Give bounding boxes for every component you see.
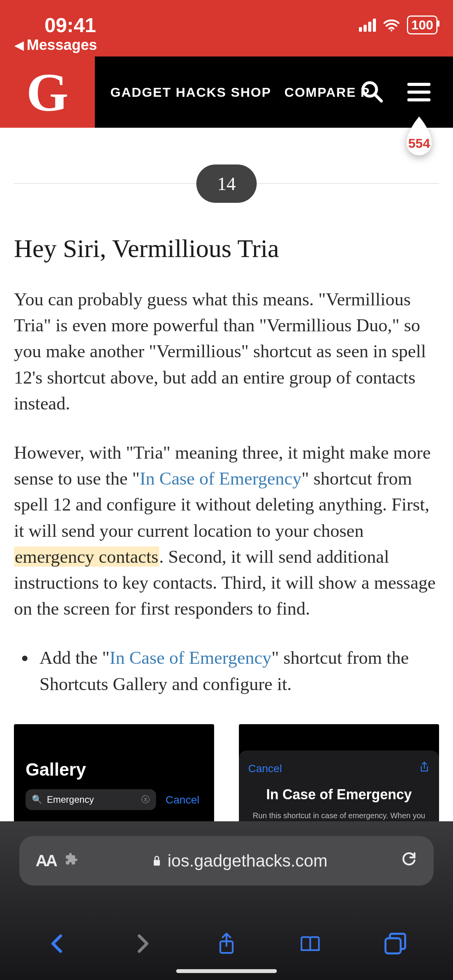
section-separator: 14 [14,164,439,203]
sheet-cancel[interactable]: Cancel [248,762,282,775]
article-paragraph-1: You can probably guess what this means. … [14,286,439,416]
search-icon: 🔍 [32,795,42,805]
nav-link-compare[interactable]: COMPARE PHONES [285,85,371,100]
article-bullet-list: Add the "In Case of Emergency" shortcut … [36,645,439,697]
home-indicator[interactable] [176,969,277,973]
status-right-cluster: 100 [359,15,438,34]
extensions-icon[interactable] [65,852,79,870]
list-item: Add the "In Case of Emergency" shortcut … [36,645,439,697]
svg-point-0 [391,29,393,31]
article-paragraph-2: However, with "Tria" meaning three, it m… [14,440,439,622]
cellular-icon [359,19,376,32]
nav-link-shop[interactable]: GADGET HACKS SHOP [110,85,271,100]
back-button[interactable] [46,932,69,957]
link-in-case-of-emergency-2[interactable]: In Case of Emergency [110,648,271,668]
gallery-search-value: Emergency [47,794,137,805]
back-to-app[interactable]: ◀ Messages [15,37,97,53]
site-nav: GADGET HACKS SHOP COMPARE PHONES [110,85,371,100]
status-time: 09:41 [45,14,96,37]
search-icon [360,80,383,103]
article-heading: Hey Siri, Vermillious Tria [14,234,439,263]
wifi-icon [383,19,400,32]
bullet-text-a: Add the " [39,648,110,668]
highlight-emergency-contacts: emergency contacts [14,547,159,567]
forward-button [130,932,154,957]
lock-icon [151,855,162,867]
gallery-search-cancel[interactable]: Cancel [166,794,199,806]
safari-url-bar[interactable]: AA ios.gadgethacks.com [19,836,434,886]
reload-icon [400,850,417,867]
svg-rect-3 [154,860,160,866]
site-logo[interactable]: G [0,57,95,128]
sheet-title: In Case of Emergency [248,786,430,803]
link-in-case-of-emergency[interactable]: In Case of Emergency [140,468,302,488]
safari-toolbar [0,932,453,957]
bookmarks-button[interactable] [299,932,323,957]
page-settings-button[interactable]: AA [36,852,56,870]
article-content: 14 Hey Siri, Vermillious Tria You can pr… [0,164,453,697]
svg-rect-5 [386,938,401,953]
share-button[interactable] [215,932,238,957]
hamburger-icon [407,83,431,86]
safari-url: ios.gadgethacks.com [79,851,400,870]
site-header: G GADGET HACKS SHOP COMPARE PHONES 554 [0,57,453,128]
gallery-title: Gallery [26,759,202,780]
back-app-label: Messages [27,37,97,53]
gallery-search-field[interactable]: 🔍 Emergency ⓧ Cancel [26,789,156,810]
safari-chrome: AA ios.gadgethacks.com [0,821,453,980]
notifications-badge[interactable]: 554 [401,117,438,159]
reload-button[interactable] [400,850,417,872]
notifications-count: 554 [401,136,438,151]
menu-button[interactable] [407,83,431,101]
section-number-badge: 14 [196,164,257,203]
back-caret-icon: ◀ [15,38,24,52]
search-button[interactable] [360,80,383,105]
svg-line-2 [375,94,382,101]
battery-indicator: 100 [407,15,438,34]
tabs-button[interactable] [384,932,407,957]
safari-host: ios.gadgethacks.com [168,851,328,870]
share-icon[interactable] [419,761,430,776]
clear-icon[interactable]: ⓧ [141,794,150,805]
ios-status-bar: 09:41 ◀ Messages 100 [0,0,453,57]
